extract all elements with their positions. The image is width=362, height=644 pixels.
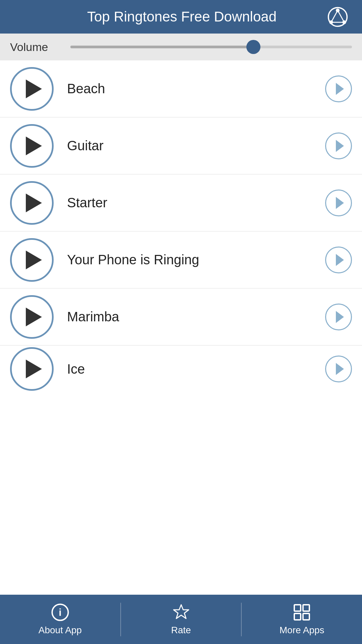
list-item[interactable]: Guitar [0, 117, 362, 174]
play-button[interactable] [10, 67, 54, 111]
play-icon [26, 194, 42, 212]
volume-track [70, 46, 352, 48]
nav-label-more: More Apps [280, 625, 324, 636]
list-item[interactable]: Ice [0, 345, 362, 392]
ringtone-title: Your Phone is Ringing [67, 252, 325, 267]
svg-rect-10 [294, 605, 301, 611]
star-icon [172, 603, 190, 622]
play-icon [26, 251, 42, 269]
play-button[interactable] [10, 347, 54, 391]
nav-item-more[interactable]: More Apps [242, 598, 362, 641]
play-icon [26, 137, 42, 155]
play-icon [26, 308, 42, 326]
detail-button[interactable] [325, 304, 352, 330]
chevron-right-icon [336, 83, 344, 95]
grid-icon [293, 603, 311, 622]
detail-button[interactable] [325, 132, 352, 159]
nav-item-rate[interactable]: Rate [121, 598, 241, 641]
info-icon: i [51, 603, 69, 622]
chevron-right-icon [336, 140, 344, 152]
svg-line-5 [338, 10, 345, 22]
ringtone-title: Starter [67, 195, 325, 210]
volume-label: Volume [10, 41, 64, 54]
chevron-right-icon [336, 197, 344, 209]
volume-thumb[interactable] [246, 40, 260, 54]
ringtone-title: Ice [67, 362, 325, 377]
ringtone-title: Beach [67, 81, 325, 96]
svg-rect-13 [303, 613, 309, 620]
list-item[interactable]: Your Phone is Ringing [0, 231, 362, 288]
nav-label-about: About App [39, 625, 82, 636]
ringtone-title: Guitar [67, 138, 325, 153]
detail-button[interactable] [325, 247, 352, 273]
svg-text:i: i [59, 607, 61, 618]
play-icon [26, 79, 42, 98]
list-item[interactable]: Marimba [0, 288, 362, 345]
app-header: Top Ringtones Free Download [0, 0, 362, 34]
volume-bar: Volume [0, 34, 362, 60]
app-title: Top Ringtones Free Download [37, 9, 327, 25]
list-item[interactable]: Beach [0, 60, 362, 117]
nav-label-rate: Rate [171, 625, 191, 636]
detail-button[interactable] [325, 75, 352, 102]
volume-fill [70, 46, 253, 48]
ringtone-list: Beach Guitar Starter Your Phone is Ringi… [0, 60, 362, 595]
svg-line-4 [331, 10, 338, 22]
connectivity-icon [327, 6, 349, 28]
play-button[interactable] [10, 295, 54, 339]
play-button[interactable] [10, 124, 54, 168]
bottom-navigation: i About App Rate More Apps [0, 595, 362, 644]
chevron-right-icon [336, 254, 344, 266]
svg-rect-12 [294, 613, 301, 620]
svg-marker-9 [174, 605, 189, 619]
chevron-right-icon [336, 311, 344, 323]
detail-button[interactable] [325, 190, 352, 216]
list-item[interactable]: Starter [0, 174, 362, 231]
volume-slider[interactable] [70, 45, 352, 49]
svg-rect-11 [303, 605, 309, 611]
play-button[interactable] [10, 181, 54, 225]
chevron-right-icon [336, 363, 344, 375]
detail-button[interactable] [325, 356, 352, 382]
play-icon [26, 360, 42, 378]
play-button[interactable] [10, 238, 54, 282]
nav-item-about[interactable]: i About App [0, 598, 120, 641]
ringtone-title: Marimba [67, 309, 325, 324]
